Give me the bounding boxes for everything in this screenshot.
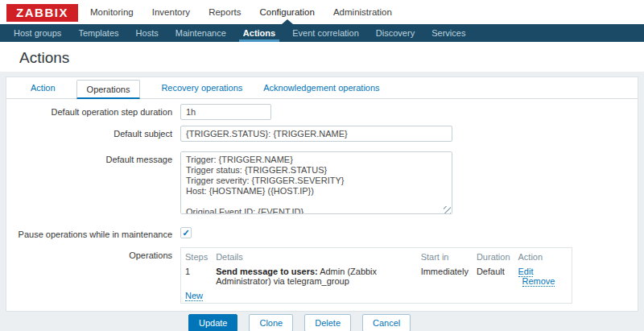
- main-nav-configuration[interactable]: Configuration: [259, 0, 314, 24]
- default-message-area-wrap: Trigger: {TRIGGER.NAME} Trigger status: …: [180, 151, 452, 216]
- new-operation-link[interactable]: New: [185, 291, 203, 301]
- tab-action[interactable]: Action: [31, 83, 56, 93]
- subnav-host-groups[interactable]: Host groups: [6, 24, 68, 42]
- main-nav-configuration-label: Configuration: [259, 7, 314, 17]
- default-subject-row: Default subject: [6, 126, 638, 142]
- action-form-container: Action Operations Recovery operations Ac…: [6, 77, 638, 312]
- title-bar: Actions: [0, 42, 644, 72]
- operation-details-cell: Send message to users: Admin (Zabbix Adm…: [212, 264, 416, 288]
- pause-maintenance-checkbox[interactable]: ✓: [180, 227, 192, 238]
- default-message-textarea[interactable]: Trigger: {TRIGGER.NAME} Trigger status: …: [180, 151, 452, 214]
- zabbix-logo[interactable]: ZABBIX: [6, 4, 78, 22]
- content-background: Action Operations Recovery operations Ac…: [0, 72, 644, 331]
- subnav-services[interactable]: Services: [424, 24, 473, 42]
- subnav-actions-label: Actions: [243, 28, 275, 38]
- default-message-label: Default message: [6, 151, 180, 164]
- operation-type-text: Send message to users:: [216, 267, 318, 276]
- form-buttons: Update Clone Delete Cancel: [188, 314, 638, 331]
- textarea-resize-handle-icon[interactable]: [444, 206, 451, 213]
- delete-button[interactable]: Delete: [304, 314, 351, 331]
- clone-button[interactable]: Clone: [249, 314, 293, 331]
- main-nav-monitoring[interactable]: Monitoring: [90, 0, 134, 24]
- operation-start-in-cell: Immediately: [417, 264, 473, 288]
- main-nav-reports[interactable]: Reports: [208, 0, 241, 24]
- step-duration-input[interactable]: [180, 104, 271, 120]
- form-tabs: Action Operations Recovery operations Ac…: [6, 77, 638, 99]
- default-subject-label: Default subject: [6, 126, 180, 139]
- new-operation-cell: New: [181, 288, 572, 304]
- operation-table-row: 1 Send message to users: Admin (Zabbix A…: [181, 264, 572, 288]
- col-header-details: Details: [212, 248, 416, 265]
- subnav-templates[interactable]: Templates: [71, 24, 126, 42]
- operation-duration-cell: Default: [473, 264, 514, 288]
- cancel-button[interactable]: Cancel: [362, 314, 411, 331]
- tab-acknowledgement-operations[interactable]: Acknowledgement operations: [263, 83, 379, 93]
- default-subject-input[interactable]: [180, 126, 452, 142]
- operations-label: Operations: [6, 247, 180, 260]
- col-header-action: Action: [514, 248, 572, 265]
- remove-operation-link[interactable]: Remove: [522, 276, 555, 287]
- operations-table-footer-row: New: [181, 288, 572, 304]
- top-bar: ZABBIX Monitoring Inventory Reports Conf…: [0, 0, 644, 24]
- operations-row: Operations Steps Details Start in Durati…: [6, 247, 638, 304]
- col-header-steps: Steps: [181, 248, 213, 265]
- checkmark-icon: ✓: [182, 228, 189, 238]
- update-button[interactable]: Update: [188, 314, 237, 331]
- configuration-sub-navigation: Host groups Templates Hosts Maintenance …: [0, 24, 644, 42]
- col-header-duration: Duration: [473, 248, 514, 265]
- subnav-actions[interactable]: Actions: [236, 24, 283, 42]
- operations-table: Steps Details Start in Duration Action 1…: [180, 247, 572, 304]
- tab-operations[interactable]: Operations: [76, 80, 141, 99]
- step-duration-row: Default operation step duration: [6, 104, 638, 120]
- active-subnav-underline: [239, 39, 279, 42]
- main-navigation: Monitoring Inventory Reports Configurati…: [90, 0, 408, 24]
- operations-table-header-row: Steps Details Start in Duration Action: [181, 248, 572, 265]
- pause-maintenance-label: Pause operations while in maintenance: [6, 226, 180, 239]
- pause-maintenance-row: Pause operations while in maintenance ✓: [6, 226, 638, 239]
- default-message-row: Default message Trigger: {TRIGGER.NAME} …: [6, 151, 638, 216]
- tab-recovery-operations[interactable]: Recovery operations: [161, 83, 242, 93]
- operation-actions-cell: Edit Remove: [514, 264, 572, 288]
- operations-form: Default operation step duration Default …: [6, 99, 638, 331]
- main-nav-inventory[interactable]: Inventory: [152, 0, 190, 24]
- subnav-maintenance[interactable]: Maintenance: [168, 24, 233, 42]
- subnav-discovery[interactable]: Discovery: [369, 24, 422, 42]
- col-header-start-in: Start in: [417, 248, 473, 265]
- subnav-hosts[interactable]: Hosts: [129, 24, 166, 42]
- page-title: Actions: [19, 49, 644, 67]
- main-nav-administration[interactable]: Administration: [333, 0, 392, 24]
- operation-step-cell: 1: [181, 264, 213, 288]
- subnav-event-correlation[interactable]: Event correlation: [285, 24, 366, 42]
- step-duration-label: Default operation step duration: [6, 104, 180, 117]
